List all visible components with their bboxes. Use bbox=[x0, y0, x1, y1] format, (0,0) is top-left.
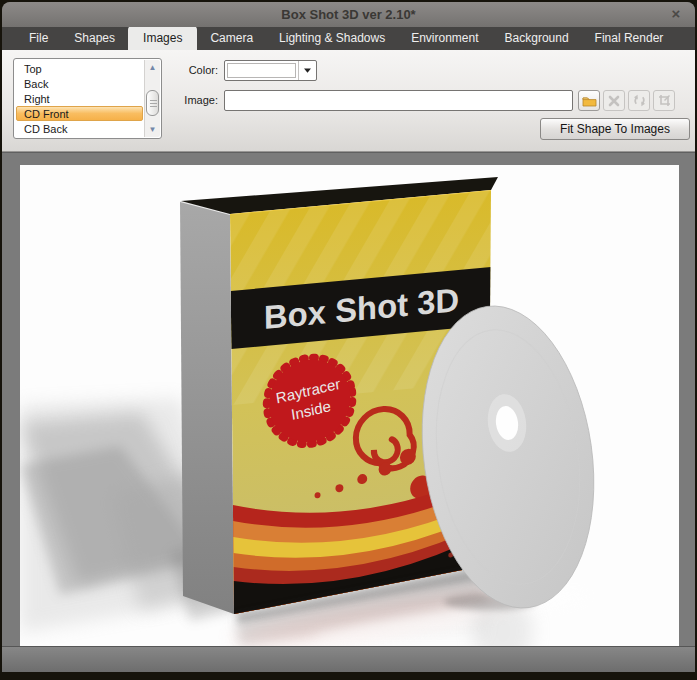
tab-bar: File Shapes Images Camera Lighting & Sha… bbox=[2, 27, 695, 50]
image-label: Image: bbox=[174, 94, 218, 106]
crop-image-button bbox=[653, 90, 675, 111]
crop-icon bbox=[658, 94, 671, 107]
x-icon bbox=[608, 95, 620, 107]
folder-icon bbox=[582, 95, 597, 107]
title-bar[interactable]: Box Shot 3D ver 2.10* × bbox=[2, 2, 695, 27]
tab-file[interactable]: File bbox=[16, 27, 61, 50]
preview-canvas[interactable]: Box Shot 3D Raytracer Inside bbox=[20, 165, 679, 646]
list-item-back[interactable]: Back bbox=[16, 76, 143, 91]
viewport-frame: Box Shot 3D Raytracer Inside bbox=[2, 165, 695, 646]
scroll-thumb[interactable] bbox=[146, 90, 159, 116]
chevron-down-icon[interactable] bbox=[298, 61, 316, 80]
window-title: Box Shot 3D ver 2.10* bbox=[281, 7, 415, 22]
box-spine bbox=[180, 202, 234, 614]
scroll-up-icon[interactable]: ▲ bbox=[145, 61, 160, 74]
fit-shape-to-images-button[interactable]: Fit Shape To Images bbox=[540, 118, 690, 140]
image-path-input[interactable] bbox=[224, 90, 573, 111]
scroll-grip bbox=[150, 100, 157, 108]
tab-background[interactable]: Background bbox=[492, 27, 582, 50]
list-item-cd-front[interactable]: CD Front bbox=[16, 106, 143, 121]
delete-image-button bbox=[603, 90, 625, 111]
list-scrollbar[interactable]: ▲ ▼ bbox=[144, 60, 160, 137]
list-item-right[interactable]: Right bbox=[16, 91, 143, 106]
list-item-top[interactable]: Top bbox=[16, 61, 143, 76]
color-label: Color: bbox=[174, 64, 218, 76]
refresh-image-button bbox=[628, 90, 650, 111]
color-swatch bbox=[227, 63, 296, 78]
window-bottom-frame bbox=[2, 646, 695, 672]
tab-final-render[interactable]: Final Render bbox=[582, 27, 677, 50]
tab-environment[interactable]: Environment bbox=[398, 27, 491, 50]
tab-shapes[interactable]: Shapes bbox=[61, 27, 128, 50]
viewport-frame-top bbox=[2, 152, 695, 165]
refresh-icon bbox=[633, 94, 646, 107]
app-window: Box Shot 3D ver 2.10* × File Shapes Imag… bbox=[2, 2, 695, 672]
color-combobox[interactable] bbox=[224, 60, 317, 81]
tab-lighting-shadows[interactable]: Lighting & Shadows bbox=[266, 27, 398, 50]
face-listbox: Top Back Right CD Front CD Back ▲ ▼ bbox=[13, 58, 162, 139]
scroll-down-icon[interactable]: ▼ bbox=[145, 123, 160, 136]
browse-image-button[interactable] bbox=[578, 90, 600, 111]
tab-camera[interactable]: Camera bbox=[197, 27, 266, 50]
scene-3d: Box Shot 3D Raytracer Inside bbox=[20, 165, 679, 646]
desktop-background: Box Shot 3D ver 2.10* × File Shapes Imag… bbox=[0, 0, 697, 680]
images-panel: Top Back Right CD Front CD Back ▲ ▼ Colo… bbox=[2, 50, 695, 152]
list-item-cd-back[interactable]: CD Back bbox=[16, 121, 143, 136]
close-icon[interactable]: × bbox=[667, 5, 685, 23]
tab-images[interactable]: Images bbox=[128, 26, 197, 50]
